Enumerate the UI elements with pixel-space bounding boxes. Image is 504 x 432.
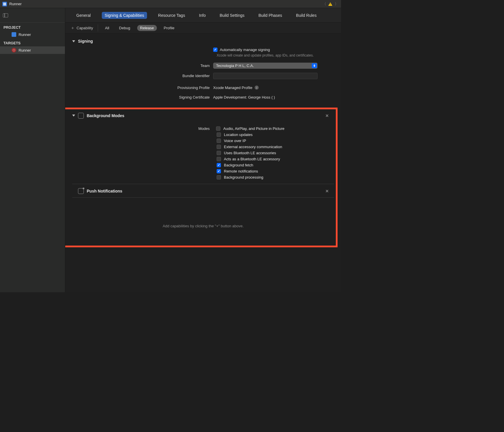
mode-checkbox-0[interactable] <box>216 126 220 131</box>
team-label: Team <box>65 63 213 68</box>
config-tab-debug[interactable]: Debug <box>116 25 133 31</box>
section-background-modes-header: Background Modes ✕ <box>65 109 341 121</box>
sidebar-target-item[interactable]: Runner <box>0 46 65 54</box>
tab-info[interactable]: Info <box>196 12 209 19</box>
nav-forward-button[interactable]: 〉 <box>334 1 339 7</box>
add-capability-label: Capability <box>77 26 93 30</box>
sidebar-project-item-label: Runner <box>19 32 31 37</box>
sidebar-project-item[interactable]: Runner <box>0 31 65 38</box>
select-handle-icon <box>312 63 317 68</box>
nav-back-button[interactable]: 〈 <box>322 1 327 7</box>
mode-checkbox-4[interactable] <box>217 151 221 155</box>
push-notifications-icon <box>78 188 84 194</box>
tab-signing-capabilities[interactable]: Signing & Capabilities <box>102 12 147 19</box>
auto-manage-signing-hint: Xcode will create and update profiles, a… <box>65 53 341 58</box>
sidebar-section-targets: TARGETS <box>0 38 65 46</box>
team-select[interactable]: Tecnologia P H L, C.A. <box>213 63 318 69</box>
background-modes-icon <box>78 113 84 119</box>
tab-build-rules[interactable]: Build Rules <box>293 12 320 19</box>
config-tab-all[interactable]: All <box>102 25 112 31</box>
remove-background-modes-button[interactable]: ✕ <box>325 113 334 118</box>
mode-label-4: Uses Bluetooth LE accessories <box>224 151 276 155</box>
tab-general[interactable]: General <box>73 12 94 19</box>
warning-icon[interactable] <box>328 2 332 6</box>
target-icon <box>12 48 16 52</box>
section-push-title: Push Notifications <box>87 189 122 193</box>
mode-checkbox-7[interactable] <box>217 169 221 173</box>
provisioning-label: Provisioning Profile <box>65 86 213 90</box>
config-tab-release[interactable]: Release <box>137 25 157 31</box>
disclosure-signing[interactable] <box>72 40 75 42</box>
section-signing-header: Signing <box>65 34 341 46</box>
content-area: Signing Automatically manage signing Xco… <box>65 34 341 292</box>
bundle-id-label: Bundle Identifier <box>65 74 213 78</box>
editor-tabs: General Signing & Capabilities Resource … <box>65 8 341 23</box>
signing-cert-label: Signing Certificate <box>65 95 213 99</box>
config-tabs: ＋ Capability All Debug Release Profile <box>65 23 341 34</box>
mode-checkbox-5[interactable] <box>217 157 221 161</box>
tab-resource-tags[interactable]: Resource Tags <box>155 12 188 19</box>
disclosure-background-modes[interactable] <box>72 115 75 117</box>
sidebar-section-project: PROJECT <box>0 23 65 31</box>
mode-label-8: Background processing <box>224 175 263 179</box>
sidebar: PROJECT Runner TARGETS Runner <box>0 8 65 292</box>
modes-label: Modes <box>65 126 213 131</box>
mode-label-6: Background fetch <box>224 163 253 167</box>
remove-push-button[interactable]: ✕ <box>325 189 334 193</box>
auto-manage-signing-checkbox[interactable] <box>213 48 217 52</box>
mode-checkbox-2[interactable] <box>217 139 221 143</box>
titlebar: Runner 〈 〉 <box>0 0 341 8</box>
mode-label-1: Location updates <box>224 132 253 137</box>
team-select-value: Tecnologia P H L, C.A. <box>216 63 254 68</box>
plus-icon: ＋ <box>70 25 75 31</box>
section-background-modes-title: Background Modes <box>87 113 124 118</box>
sidebar-target-item-label: Runner <box>19 48 31 52</box>
mode-checkbox-8[interactable] <box>217 175 221 179</box>
tab-build-phases[interactable]: Build Phases <box>255 12 285 19</box>
add-capability-button[interactable]: ＋ Capability <box>69 24 98 32</box>
signing-cert-value: Apple Development: George Hoss ( ) <box>213 95 275 99</box>
mode-checkbox-1[interactable] <box>217 132 221 137</box>
section-push-header: Push Notifications ✕ <box>65 184 341 197</box>
mode-label-7: Remote notifications <box>224 169 258 173</box>
project-file-icon <box>2 2 7 6</box>
mode-checkbox-3[interactable] <box>217 145 221 149</box>
section-signing-title: Signing <box>78 39 93 43</box>
mode-label-2: Voice over IP <box>224 139 246 143</box>
mode-checkbox-6[interactable] <box>217 163 221 167</box>
mode-label-5: Acts as a Bluetooth LE accessory <box>224 157 280 161</box>
mode-label-0: Audio, AirPlay, and Picture in Picture <box>223 126 284 131</box>
tab-build-settings[interactable]: Build Settings <box>217 12 248 19</box>
auto-manage-signing-label: Automatically manage signing <box>220 48 270 52</box>
add-capability-hint: Add capabilities by clicking the "+" but… <box>65 198 341 246</box>
info-icon[interactable]: i <box>255 86 259 90</box>
xcodeproj-icon <box>12 32 16 37</box>
config-tab-profile[interactable]: Profile <box>161 25 177 31</box>
provisioning-value: Xcode Managed Profile <box>213 86 252 90</box>
bundle-id-field[interactable] <box>213 73 318 79</box>
panel-toggle-icon[interactable] <box>3 13 8 17</box>
titlebar-project-name: Runner <box>9 2 22 6</box>
highlighted-region: Background Modes ✕ Modes Audio, AirPlay,… <box>65 109 341 246</box>
mode-label-3: External accessory communication <box>224 145 282 149</box>
